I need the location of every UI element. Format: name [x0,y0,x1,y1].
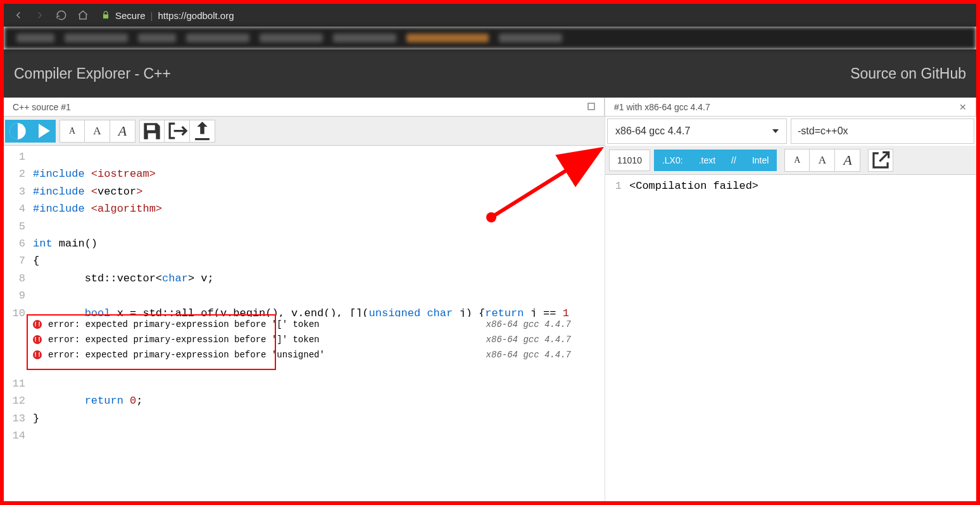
page-title: Compiler Explorer - C++ [14,65,171,82]
error-overlay: !! error: expected primary-expression be… [27,317,577,362]
home-button[interactable] [73,6,92,25]
forward-button[interactable] [30,6,49,25]
error-row[interactable]: !! error: expected primary-expression be… [27,347,577,362]
error-message: error: expected primary-expression befor… [48,319,319,329]
comments-toggle[interactable]: // [724,150,744,171]
bookmarks-bar [4,27,976,49]
compiler-tab-label: #1 with x86-64 gcc 4.4.7 [614,102,710,112]
asm-font-decrease-button[interactable]: A [784,149,810,172]
share-button[interactable] [165,120,190,143]
font-normal-button[interactable]: A [85,120,110,143]
font-decrease-button[interactable]: A [60,120,85,143]
color-mode-button[interactable] [5,120,30,143]
asm-font-increase-button[interactable]: A [835,149,860,172]
error-source: x86-64 gcc 4.4.7 [486,335,571,345]
reload-button[interactable] [52,6,71,25]
compiler-pane: #1 with x86-64 gcc 4.4.7 ✕ x86-64 gcc 4.… [605,98,976,501]
maximize-icon[interactable] [587,102,595,112]
binary-toggle[interactable]: 11010 [609,150,650,171]
error-icon: !! [33,335,42,344]
asm-font-normal-button[interactable]: A [810,149,835,172]
compiler-tab[interactable]: #1 with x86-64 gcc 4.4.7 ✕ [605,98,976,116]
intel-toggle[interactable]: Intel [744,150,777,171]
source-editor[interactable]: 12345678910 #include <iostream>#include … [4,146,605,501]
directives-toggle[interactable]: .text [691,150,724,171]
address-bar[interactable]: Secure | https://godbolt.org [95,10,234,21]
source-pane: C++ source #1 A A A [4,98,605,501]
back-button[interactable] [9,6,28,25]
popout-button[interactable] [868,149,893,172]
source-tab[interactable]: C++ source #1 [4,98,605,116]
error-row[interactable]: !! error: expected primary-expression be… [27,317,577,332]
compiler-selected-label: x86-64 gcc 4.4.7 [615,125,690,137]
labels-toggle[interactable]: .LX0: [654,150,691,171]
source-tab-label: C++ source #1 [13,102,71,112]
lock-icon [101,11,110,20]
url-text: https://godbolt.org [158,10,234,21]
error-message: error: expected primary-expression befor… [48,350,325,360]
asm-output[interactable]: 1 <Compilation failed> [605,175,976,501]
play-button[interactable] [30,120,56,143]
compiler-options-input[interactable] [791,118,974,144]
upload-button[interactable] [190,120,215,143]
chevron-down-icon [772,129,779,133]
font-increase-button[interactable]: A [110,120,135,143]
compiler-select[interactable]: x86-64 gcc 4.4.7 [607,118,787,144]
error-icon: !! [33,350,42,359]
error-source: x86-64 gcc 4.4.7 [486,350,571,360]
asm-code: <Compilation failed> [629,175,758,195]
error-message: error: expected primary-expression befor… [48,335,319,345]
save-button[interactable] [139,120,165,143]
close-icon[interactable]: ✕ [959,102,967,112]
github-link[interactable]: Source on GitHub [850,65,966,82]
source-toolbar: A A A [4,117,605,146]
app-header: Compiler Explorer - C++ Source on GitHub [4,49,976,98]
error-icon: !! [33,320,42,329]
secure-label: Secure [115,10,146,21]
line-gutter-lower: 11121314 [4,373,29,501]
error-row[interactable]: !! error: expected primary-expression be… [27,332,577,347]
separator: | [151,10,153,21]
browser-nav-bar: Secure | https://godbolt.org [4,4,976,27]
error-source: x86-64 gcc 4.4.7 [486,319,571,329]
asm-gutter: 1 [605,175,625,195]
svg-rect-0 [588,103,594,110]
compiler-toolbar: 11010 .LX0: .text // Intel A A A [605,146,976,175]
